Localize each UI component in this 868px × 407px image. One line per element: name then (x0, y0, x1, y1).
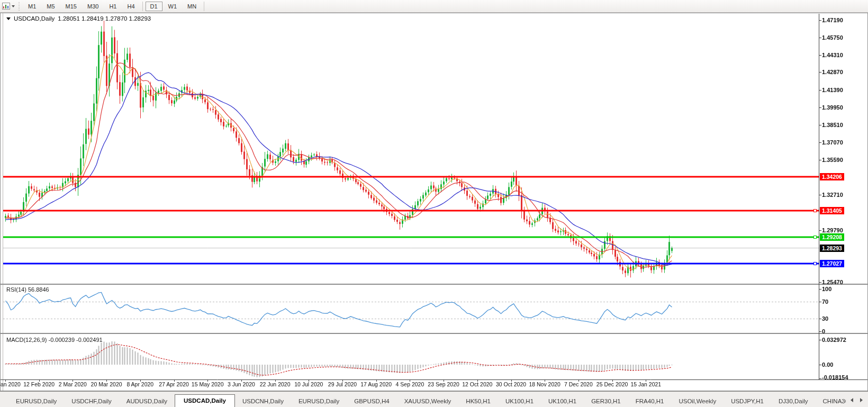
price-axis-tick: 1.44310 (822, 52, 843, 58)
tab-hk50-h1[interactable]: HK50,H1 (458, 395, 498, 407)
date-axis-label: 8 Apr 2020 (126, 381, 153, 387)
price-axis-tick: 1.38510 (822, 122, 843, 128)
tab-usdchf-daily[interactable]: USDCHF,Daily (64, 395, 119, 407)
tab-audusd-daily[interactable]: AUDUSD,Daily (119, 395, 175, 407)
tab-usdcad-daily[interactable]: USDCAD,Daily (175, 394, 235, 407)
tab-eurusd-daily[interactable]: EURUSD,Daily (8, 395, 64, 407)
current-price-label: 1.28293 (820, 245, 844, 252)
chevron-down-icon (12, 5, 15, 7)
price-line-label[interactable]: 1.31405 (820, 207, 844, 214)
timeframe-button-m1[interactable]: M1 (23, 2, 41, 11)
date-axis-label: 10 Jul 2020 (294, 381, 323, 387)
date-axis-label: 12 Oct 2020 (462, 381, 492, 387)
rsi-scale-tick: 70 (822, 299, 828, 305)
price-line-label[interactable]: 1.34206 (820, 173, 844, 180)
date-axis-label: 29 Jul 2020 (328, 381, 357, 387)
timeframe-button-h1[interactable]: H1 (104, 2, 121, 11)
chart-title[interactable]: USDCAD,Daily 1.28051 1.28419 1.27870 1.2… (6, 15, 151, 22)
price-line-label[interactable]: 1.29208 (820, 233, 844, 241)
chart-symbol-period: USDCAD,Daily (14, 15, 55, 22)
tab-eurusd-daily[interactable]: EURUSD,Daily (291, 395, 347, 407)
tabs-scroll-right-icon (860, 398, 863, 402)
tab-uk100-h1[interactable]: UK100,H1 (541, 395, 584, 407)
timeframe-button-mn[interactable]: MN (183, 2, 201, 11)
timeframe-button-w1[interactable]: W1 (164, 2, 182, 11)
tab-fra40-h1[interactable]: FRA40,H1 (628, 395, 672, 407)
tab-usdjpy-h1[interactable]: USDJPY,H1 (724, 395, 771, 407)
date-axis-label: 22 Jun 2020 (260, 381, 291, 387)
price-axis-tick: 1.42870 (822, 69, 843, 75)
price-axis-tick: 1.45750 (822, 34, 843, 41)
date-axis-label: 20 Mar 2020 (91, 381, 122, 387)
price-axis-tick: 1.35590 (822, 157, 843, 163)
price-axis-tick: 1.29790 (822, 227, 843, 233)
timeframe-button-m15[interactable]: M15 (61, 2, 82, 11)
chart-ohlc-values: 1.28051 1.28419 1.27870 1.28293 (58, 15, 151, 22)
tab-china300-h1[interactable]: CHINA300,H1 (816, 395, 846, 407)
date-axis-label: 17 Aug 2020 (360, 381, 392, 387)
timeframes-toolbar: M1M5M15M30H1H4D1W1MN (0, 0, 868, 13)
mt4-window: M1M5M15M30H1H4D1W1MN USDCAD,Daily 1.2805… (0, 0, 868, 407)
date-axis-label: 15 Jan 2021 (630, 381, 661, 387)
rsi-scale-tick: 100 (822, 286, 831, 292)
rsi-scale-tick: 0 (822, 328, 825, 334)
price-axis-tick: 1.47190 (822, 17, 843, 23)
tabs-scroll-left-icon (851, 398, 853, 402)
tab-usdcnh-daily[interactable]: USDCNH,Daily (235, 395, 291, 407)
tab-ger30-h1[interactable]: GER30,H1 (584, 395, 628, 407)
macd-scale-tick: -0.018154 (822, 374, 848, 381)
macd-scale-tick: 0.032972 (822, 337, 846, 343)
tab-uk100-h1[interactable]: UK100,H1 (498, 395, 541, 407)
chart-tab-bar: EURUSD,DailyUSDCHF,DailyAUDUSD,DailyUSDC… (0, 391, 868, 407)
date-axis-label: 4 Sep 2020 (396, 381, 424, 387)
rsi-scale-tick: 30 (822, 315, 828, 322)
price-line-label[interactable]: 1.27027 (820, 260, 844, 267)
date-axis-label: 15 May 2020 (192, 381, 224, 387)
chart-menu-button[interactable] (0, 0, 17, 12)
toolbar-grip (19, 2, 20, 11)
timeframe-button-d1[interactable]: D1 (146, 2, 162, 11)
macd-scale-tick: 0.00 (822, 361, 833, 368)
date-axis-label: 3 Jun 2020 (228, 381, 255, 387)
date-axis-label: 2 Mar 2020 (59, 381, 87, 387)
tab-usoil-weekly[interactable]: USOil,Weekly (671, 395, 724, 407)
price-axis-tick: 1.39950 (822, 104, 843, 111)
date-axis-label: 7 Dec 2020 (564, 381, 593, 387)
tab-xauusd-weekly[interactable]: XAUUSD,Weekly (397, 395, 459, 407)
date-axis-label: 12 Feb 2020 (23, 381, 55, 387)
price-axis-tick: 1.41390 (822, 87, 843, 93)
price-axis-tick: 1.25470 (822, 279, 843, 285)
toolbar-separator (142, 2, 143, 11)
chart-canvas[interactable] (0, 0, 868, 407)
chart-tabs: EURUSD,DailyUSDCHF,DailyAUDUSD,DailyUSDC… (0, 392, 846, 407)
timeframe-button-m30[interactable]: M30 (83, 2, 103, 11)
date-axis-label: 18 Nov 2020 (529, 381, 560, 387)
macd-indicator-label: MACD(12,26,9) -0.000239 -0.002491 (6, 337, 103, 343)
rsi-indicator-label: RSI(14) 56.8846 (6, 286, 49, 293)
chart-type-icon (2, 3, 10, 10)
date-axis-label: 25 Dec 2020 (596, 381, 628, 387)
tabs-scroll-right-button[interactable] (857, 396, 865, 403)
tab-dj30-daily[interactable]: DJ30,Daily (771, 395, 816, 407)
timeframe-button-m5[interactable]: M5 (42, 2, 59, 11)
date-axis-label: 23 Sep 2020 (428, 381, 459, 387)
timeframe-button-h4[interactable]: H4 (122, 2, 139, 11)
tabs-scroll-left-button[interactable] (848, 396, 855, 403)
date-axis-label: 27 Apr 2020 (159, 381, 189, 387)
date-axis-label: 24 Jan 2020 (0, 381, 21, 387)
tab-gbpusd-h4[interactable]: GBPUSD,H4 (347, 395, 396, 407)
date-axis-label: 30 Oct 2020 (496, 381, 526, 387)
price-axis-tick: 1.37070 (822, 139, 843, 146)
timeframe-buttons: M1M5M15M30H1H4D1W1MN (23, 2, 206, 11)
price-axis-tick: 1.32710 (822, 192, 843, 198)
toolbar-separator (204, 2, 204, 11)
chart-dropdown-arrow-icon (6, 17, 11, 20)
